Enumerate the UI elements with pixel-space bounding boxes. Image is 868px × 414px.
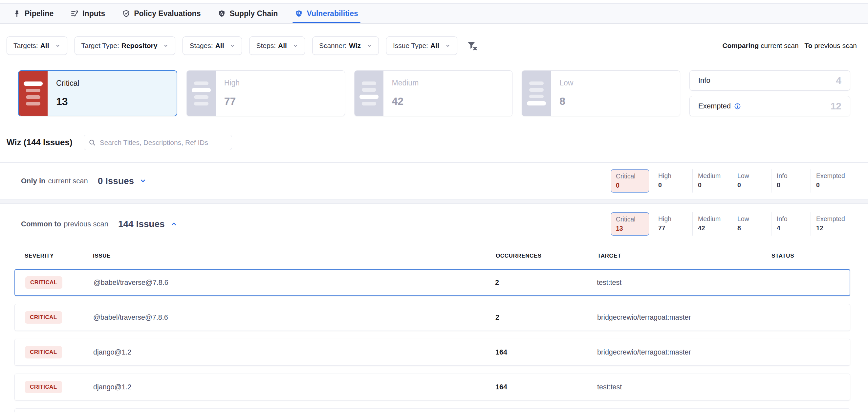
severity-chip[interactable]: Critical 13 bbox=[611, 212, 649, 236]
tab-inputs[interactable]: Inputs bbox=[70, 4, 106, 23]
table-row[interactable]: CRITICAL django@1.2 164 bridgecrewio/ter… bbox=[14, 339, 850, 366]
severity-card[interactable]: Critical 13 bbox=[18, 70, 177, 116]
severity-level-icon bbox=[522, 71, 551, 116]
severity-chip[interactable]: Exempted 0 bbox=[811, 169, 850, 193]
filter-dropdown[interactable]: Scanner: Wiz bbox=[312, 36, 379, 55]
severity-card[interactable]: Medium 42 bbox=[354, 70, 513, 116]
severity-card-label: Critical bbox=[56, 79, 79, 88]
search-icon bbox=[89, 139, 96, 146]
target-cell: bridgecrewio/terragoat:master bbox=[597, 348, 771, 356]
chip-label: Exempted bbox=[816, 215, 850, 223]
severity-chip[interactable]: Info 0 bbox=[771, 169, 811, 193]
severity-chips: Critical 0 High 0 Medium 0 Low bbox=[611, 169, 850, 193]
mini-card-count: 4 bbox=[836, 75, 841, 86]
chip-value: 12 bbox=[816, 225, 850, 232]
results-title: Wiz (144 Issues) bbox=[6, 137, 72, 148]
filter-dropdown[interactable]: Targets: All bbox=[6, 36, 67, 55]
issue-cell: django@1.2 bbox=[93, 383, 495, 391]
filter-label: Stages: bbox=[189, 42, 213, 50]
filter-label: Issue Type: bbox=[393, 42, 428, 50]
tab-vulnerabilities[interactable]: Vulnerabilities bbox=[294, 4, 359, 23]
chevron-icon[interactable] bbox=[139, 177, 147, 185]
table-row[interactable]: CRITICAL @babel/traverse@7.8.6 2 test:te… bbox=[14, 269, 850, 296]
severity-chip[interactable]: Low 0 bbox=[732, 169, 771, 193]
tab-label: Pipeline bbox=[25, 9, 54, 18]
info-icon[interactable] bbox=[734, 103, 741, 110]
chip-value: 0 bbox=[777, 181, 811, 189]
mini-card-label: Exempted bbox=[698, 102, 731, 110]
severity-card-label: Medium bbox=[392, 79, 419, 87]
section-toggle[interactable]: Only in current scan 0 Issues bbox=[21, 176, 147, 186]
issue-cell: @babel/traverse@7.8.6 bbox=[94, 278, 495, 287]
section-scope: previous scan bbox=[64, 220, 108, 228]
pipeline-icon bbox=[13, 9, 21, 18]
tab-label: Supply Chain bbox=[229, 9, 278, 18]
mini-card-label: Info bbox=[698, 76, 710, 85]
severity-chip[interactable]: Medium 0 bbox=[692, 169, 732, 193]
table-row[interactable]: CRITICAL django@1.2 164 test:test bbox=[14, 374, 850, 401]
tab-pipeline[interactable]: Pipeline bbox=[12, 4, 55, 23]
chip-value: 0 bbox=[616, 182, 644, 189]
filter-dropdowns: Targets: All Target Type: Repository Sta… bbox=[6, 36, 457, 55]
search-input[interactable] bbox=[84, 135, 232, 150]
filter-value: All bbox=[40, 42, 49, 50]
filter-dropdown[interactable]: Target Type: Repository bbox=[74, 36, 176, 55]
vulnerabilities-icon bbox=[295, 9, 303, 18]
chip-value: 0 bbox=[816, 181, 850, 189]
column-header-severity: SEVERITY bbox=[25, 253, 93, 259]
issue-cell: @babel/traverse@7.8.6 bbox=[93, 314, 495, 322]
section-toggle[interactable]: Common to previous scan 144 Issues bbox=[21, 219, 178, 229]
occurrences-cell: 2 bbox=[495, 314, 597, 322]
policy-evaluations-icon bbox=[122, 9, 130, 18]
filter-value: All bbox=[215, 42, 224, 50]
table-row[interactable]: CRITICAL @babel/traverse@7.8.6 2 bridgec… bbox=[14, 304, 850, 331]
tab-supply-chain[interactable]: Supply Chain bbox=[217, 4, 279, 23]
severity-chip[interactable]: Medium 42 bbox=[692, 212, 732, 236]
tab-label: Inputs bbox=[83, 9, 105, 18]
inputs-icon bbox=[70, 9, 79, 18]
occurrences-cell: 164 bbox=[495, 383, 597, 391]
severity-card-count: 13 bbox=[56, 96, 79, 108]
filter-dropdown[interactable]: Issue Type: All bbox=[386, 36, 457, 55]
chip-label: Critical bbox=[616, 173, 644, 180]
section-issue-count: 144 Issues bbox=[118, 219, 165, 229]
section-prefix: Common to bbox=[21, 220, 61, 228]
top-strip bbox=[0, 0, 868, 3]
severity-chip[interactable]: Exempted 12 bbox=[811, 212, 850, 236]
severity-chip[interactable]: Critical 0 bbox=[611, 169, 649, 193]
chip-label: High bbox=[658, 172, 692, 180]
filter-value: All bbox=[430, 42, 439, 50]
severity-card[interactable]: Low 8 bbox=[522, 70, 680, 116]
filter-value: All bbox=[278, 42, 287, 50]
chip-label: Medium bbox=[698, 215, 732, 223]
scan-section: Only in current scan 0 Issues Critical 0… bbox=[0, 162, 868, 200]
severity-badge: CRITICAL bbox=[25, 311, 62, 324]
scan-section: Common to previous scan 144 Issues Criti… bbox=[0, 203, 868, 236]
filter-label: Targets: bbox=[13, 42, 38, 50]
target-cell: test:test bbox=[597, 383, 771, 391]
filter-dropdown[interactable]: Stages: All bbox=[183, 36, 242, 55]
target-cell: test:test bbox=[597, 278, 771, 287]
filter-label: Target Type: bbox=[82, 42, 119, 50]
mini-severity-card[interactable]: Exempted 12 bbox=[689, 96, 850, 116]
tab-policy-evaluations[interactable]: Policy Evaluations bbox=[121, 4, 202, 23]
chevron-down-icon bbox=[366, 42, 373, 49]
severity-chip[interactable]: High 77 bbox=[653, 212, 692, 236]
chip-label: Info bbox=[777, 172, 811, 180]
clear-filters-button[interactable] bbox=[465, 39, 479, 53]
severity-card[interactable]: High 77 bbox=[186, 70, 345, 116]
severity-chip[interactable]: Low 8 bbox=[732, 212, 771, 236]
comparing-current: current scan bbox=[761, 42, 799, 49]
mini-card-count: 12 bbox=[831, 100, 841, 112]
severity-chip[interactable]: Info 4 bbox=[771, 212, 811, 236]
partial-next-row bbox=[14, 408, 850, 412]
severity-chip[interactable]: High 0 bbox=[653, 169, 692, 193]
tab-label: Vulnerabilities bbox=[307, 9, 358, 18]
mini-severity-card[interactable]: Info 4 bbox=[689, 70, 850, 91]
chevron-icon[interactable] bbox=[170, 220, 178, 228]
chevron-down-icon bbox=[162, 42, 169, 49]
chip-label: Exempted bbox=[816, 172, 850, 180]
chevron-down-icon bbox=[55, 42, 61, 49]
filter-dropdown[interactable]: Steps: All bbox=[249, 36, 305, 55]
severity-card-count: 77 bbox=[224, 95, 240, 108]
